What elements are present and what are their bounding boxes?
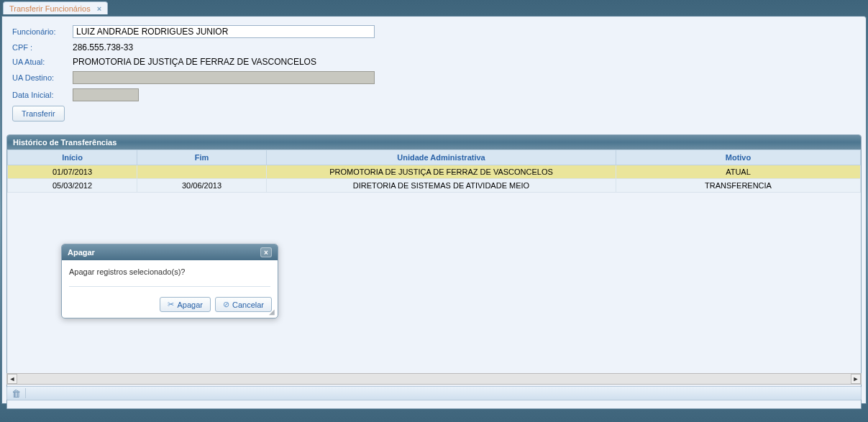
dialog-header[interactable]: Apagar × bbox=[62, 244, 278, 260]
cell-unidade: DIRETORIA DE SISTEMAS DE ATIVIDADE MEIO bbox=[267, 179, 616, 193]
cell-motivo: TRANSFERENCIA bbox=[616, 179, 861, 193]
scroll-left-icon[interactable]: ◄ bbox=[7, 374, 17, 384]
table-row[interactable]: 01/07/2013 PROMOTORIA DE JUSTIÇA DE FERR… bbox=[8, 165, 861, 179]
history-table: Início Fim Unidade Administrativa Motivo… bbox=[7, 150, 861, 193]
table-header-row: Início Fim Unidade Administrativa Motivo bbox=[8, 150, 861, 165]
apagar-button-label: Apagar bbox=[177, 301, 202, 309]
dialog-title: Apagar bbox=[68, 248, 95, 257]
close-icon[interactable]: × bbox=[260, 247, 272, 257]
cell-inicio: 05/03/2012 bbox=[8, 179, 137, 193]
bottom-toolbar: 🗑 bbox=[6, 386, 862, 400]
scroll-right-icon[interactable]: ► bbox=[851, 374, 861, 384]
dialog-body: Apagar registros selecionado(s)? bbox=[62, 260, 278, 297]
label-data-inicial: Data Inicial: bbox=[12, 91, 73, 99]
label-ua-destino: UA Destino: bbox=[12, 73, 73, 82]
horizontal-scrollbar[interactable]: ◄ ► bbox=[6, 373, 862, 385]
cancelar-button[interactable]: ⊘ Cancelar bbox=[215, 297, 272, 312]
col-inicio[interactable]: Início bbox=[8, 150, 137, 165]
cancel-icon: ⊘ bbox=[223, 300, 229, 309]
funcionario-input[interactable] bbox=[73, 25, 375, 38]
cell-inicio: 01/07/2013 bbox=[8, 165, 137, 179]
ua-destino-input[interactable] bbox=[73, 71, 375, 84]
apagar-dialog: Apagar × Apagar registros selecionado(s)… bbox=[61, 244, 278, 318]
toolbar-separator bbox=[25, 388, 26, 398]
cell-fim: 30/06/2013 bbox=[137, 179, 267, 193]
data-inicial-input[interactable] bbox=[73, 88, 139, 101]
dialog-separator bbox=[69, 286, 270, 287]
col-motivo[interactable]: Motivo bbox=[616, 150, 861, 165]
history-title: Histórico de Transferências bbox=[7, 135, 861, 150]
col-fim[interactable]: Fim bbox=[137, 150, 267, 165]
cancelar-button-label: Cancelar bbox=[232, 301, 264, 309]
tab-transferir-funcionarios[interactable]: Transferir Funcionários × bbox=[3, 1, 108, 14]
label-ua-atual: UA Atual: bbox=[12, 58, 73, 66]
scissors-icon: ✂ bbox=[168, 300, 174, 309]
cpf-value: 286.555.738-33 bbox=[73, 42, 133, 52]
label-funcionario: Funcionário: bbox=[12, 27, 73, 36]
dialog-buttons: ✂ Apagar ⊘ Cancelar bbox=[62, 297, 278, 318]
dialog-message: Apagar registros selecionado(s)? bbox=[69, 267, 185, 276]
apagar-button[interactable]: ✂ Apagar bbox=[160, 297, 210, 312]
col-unidade[interactable]: Unidade Administrativa bbox=[267, 150, 616, 165]
trash-icon[interactable]: 🗑 bbox=[12, 388, 21, 399]
cell-unidade: PROMOTORIA DE JUSTIÇA DE FERRAZ DE VASCO… bbox=[267, 165, 616, 179]
form-area: Funcionário: CPF : 286.555.738-33 UA Atu… bbox=[2, 17, 866, 126]
table-row[interactable]: 05/03/2012 30/06/2013 DIRETORIA DE SISTE… bbox=[8, 179, 861, 193]
close-icon[interactable]: × bbox=[97, 4, 101, 13]
cell-fim bbox=[137, 165, 267, 179]
transferir-button[interactable]: Transferir bbox=[12, 106, 65, 121]
cell-motivo: ATUAL bbox=[616, 165, 861, 179]
tab-label: Transferir Funcionários bbox=[9, 4, 91, 13]
tab-strip: Transferir Funcionários × bbox=[0, 0, 868, 16]
ua-atual-value: PROMOTORIA DE JUSTIÇA DE FERRAZ DE VASCO… bbox=[73, 57, 316, 67]
main-panel: Funcionário: CPF : 286.555.738-33 UA Atu… bbox=[1, 16, 867, 404]
label-cpf: CPF : bbox=[12, 43, 73, 52]
resize-grip-icon[interactable]: ◢ bbox=[269, 309, 276, 316]
